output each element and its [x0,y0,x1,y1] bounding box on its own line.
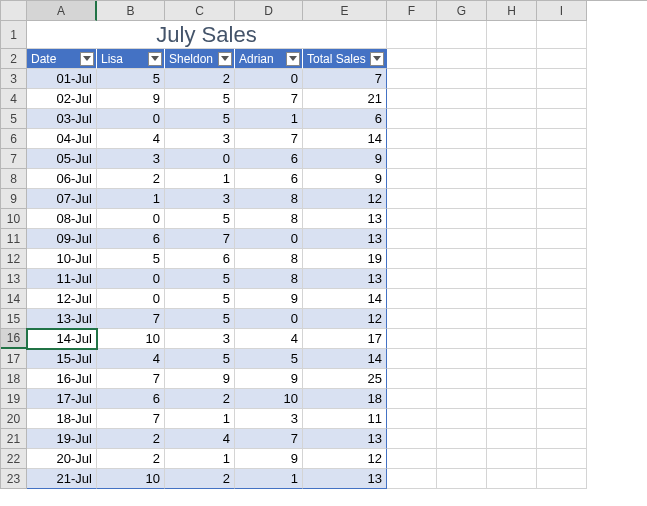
data-cell[interactable]: 12 [303,189,387,209]
cell-empty[interactable] [437,349,487,369]
data-cell[interactable]: 15-Jul [27,349,97,369]
data-cell[interactable]: 13-Jul [27,309,97,329]
row-head-16[interactable]: 16 [1,329,27,349]
data-cell[interactable]: 1 [165,409,235,429]
cell-empty[interactable] [537,389,587,409]
cell-empty[interactable] [387,149,437,169]
data-cell[interactable]: 5 [165,349,235,369]
cell-empty[interactable] [487,469,537,489]
cell-empty[interactable] [437,209,487,229]
col-head-G[interactable]: G [437,1,487,21]
cell-empty[interactable] [437,429,487,449]
cell-empty[interactable] [537,269,587,289]
cell-empty[interactable] [437,21,487,49]
data-cell[interactable]: 5 [97,69,165,89]
cell-empty[interactable] [487,389,537,409]
data-cell[interactable]: 09-Jul [27,229,97,249]
row-head-1[interactable]: 1 [1,21,27,49]
cell-empty[interactable] [387,49,437,69]
data-cell[interactable]: 07-Jul [27,189,97,209]
data-cell[interactable]: 11 [303,409,387,429]
cell-empty[interactable] [487,409,537,429]
col-head-B[interactable]: B [97,1,165,21]
data-cell[interactable]: 03-Jul [27,109,97,129]
cell-empty[interactable] [537,89,587,109]
cell-empty[interactable] [487,249,537,269]
data-cell[interactable]: 3 [165,329,235,349]
data-cell[interactable]: 2 [165,469,235,489]
cell-empty[interactable] [537,229,587,249]
cell-empty[interactable] [387,109,437,129]
data-cell[interactable]: 6 [235,169,303,189]
data-cell[interactable]: 18-Jul [27,409,97,429]
cell-empty[interactable] [537,289,587,309]
row-head-21[interactable]: 21 [1,429,27,449]
cell-empty[interactable] [537,209,587,229]
data-cell[interactable]: 5 [165,89,235,109]
row-head-10[interactable]: 10 [1,209,27,229]
data-cell[interactable]: 2 [97,449,165,469]
cell-empty[interactable] [487,449,537,469]
cell-empty[interactable] [387,389,437,409]
table-header-lisa[interactable]: Lisa [97,49,165,69]
data-cell[interactable]: 2 [165,389,235,409]
data-cell[interactable]: 3 [235,409,303,429]
cell-empty[interactable] [387,349,437,369]
data-cell[interactable]: 7 [97,369,165,389]
cell-empty[interactable] [387,429,437,449]
cell-empty[interactable] [537,409,587,429]
data-cell[interactable]: 7 [165,229,235,249]
data-cell[interactable]: 6 [235,149,303,169]
data-cell[interactable]: 14 [303,349,387,369]
cell-empty[interactable] [537,309,587,329]
cell-empty[interactable] [487,349,537,369]
filter-dropdown-date[interactable] [80,52,94,66]
cell-empty[interactable] [437,189,487,209]
cell-empty[interactable] [437,109,487,129]
row-head-14[interactable]: 14 [1,289,27,309]
spreadsheet-grid[interactable]: ABCDEFGHI1July Sales2DateLisaSheldonAdri… [0,0,647,489]
row-head-2[interactable]: 2 [1,49,27,69]
data-cell[interactable]: 5 [165,289,235,309]
data-cell[interactable]: 10 [97,329,165,349]
data-cell[interactable]: 9 [235,449,303,469]
table-header-total-sales[interactable]: Total Sales [303,49,387,69]
data-cell[interactable]: 1 [165,449,235,469]
cell-empty[interactable] [487,49,537,69]
cell-empty[interactable] [437,169,487,189]
data-cell[interactable]: 0 [97,209,165,229]
filter-dropdown-total-sales[interactable] [370,52,384,66]
cell-empty[interactable] [537,449,587,469]
data-cell[interactable]: 2 [165,69,235,89]
data-cell[interactable]: 19-Jul [27,429,97,449]
data-cell[interactable]: 9 [235,289,303,309]
data-cell[interactable]: 14 [303,289,387,309]
data-cell[interactable]: 5 [165,269,235,289]
row-head-11[interactable]: 11 [1,229,27,249]
cell-empty[interactable] [437,289,487,309]
table-header-date[interactable]: Date [27,49,97,69]
data-cell[interactable]: 06-Jul [27,169,97,189]
cell-empty[interactable] [387,369,437,389]
col-head-F[interactable]: F [387,1,437,21]
data-cell[interactable]: 0 [97,269,165,289]
data-cell[interactable]: 05-Jul [27,149,97,169]
data-cell[interactable]: 12-Jul [27,289,97,309]
cell-empty[interactable] [387,449,437,469]
cell-empty[interactable] [387,229,437,249]
cell-empty[interactable] [487,329,537,349]
row-head-12[interactable]: 12 [1,249,27,269]
cell-empty[interactable] [437,149,487,169]
cell-empty[interactable] [387,89,437,109]
data-cell[interactable]: 17-Jul [27,389,97,409]
data-cell[interactable]: 18 [303,389,387,409]
data-cell[interactable]: 8 [235,209,303,229]
data-cell[interactable]: 7 [97,409,165,429]
cell-empty[interactable] [437,329,487,349]
data-cell[interactable]: 5 [165,309,235,329]
data-cell[interactable]: 8 [235,249,303,269]
data-cell[interactable]: 13 [303,229,387,249]
data-cell[interactable]: 10 [97,469,165,489]
cell-empty[interactable] [537,369,587,389]
cell-empty[interactable] [487,109,537,129]
